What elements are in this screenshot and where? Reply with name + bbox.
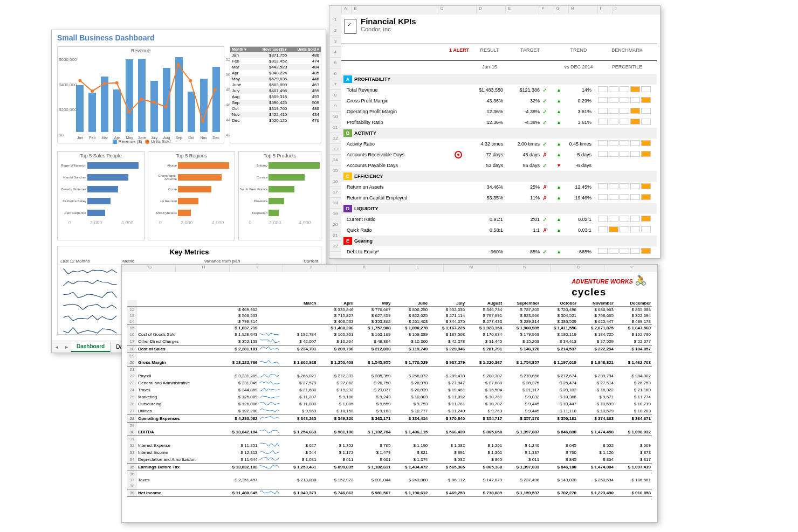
kpi-row: Current Ratio0.91:12:01✓▲0.02:1 xyxy=(341,214,657,225)
revenue-chart-panel: Revenue JanFebMarAprMayJuneJulyAugSepOct… xyxy=(57,46,224,143)
pl-column-headers: GHIJKLMNOP xyxy=(122,265,657,272)
svg-point-10 xyxy=(201,120,204,123)
units-line xyxy=(74,57,221,132)
kpi-row: Return on Capital Employed53.35%11%✗▲19.… xyxy=(341,192,657,203)
svg-point-0 xyxy=(78,79,81,82)
kpi-section: BACTIVITY xyxy=(341,128,657,139)
svg-point-3 xyxy=(115,81,119,85)
svg-point-11 xyxy=(214,88,217,91)
revenue-chart-title: Revenue xyxy=(58,47,224,54)
tab-nav-prev[interactable]: ◂ xyxy=(52,344,61,350)
pl-window: GHIJKLMNOP ADVENTURE WORKS 🚴 cycles Marc… xyxy=(121,264,658,523)
kpi-row: Debt to Equity*-960%85%✓▲-665% xyxy=(341,246,657,255)
kpi-row: Activity Ratio4.32 times2.00 times✓▲0.45… xyxy=(341,139,657,149)
kpi-section: DLIQUIDITY xyxy=(341,203,657,214)
revenue-table: Month ▾Revenue ($) ▾Units Sold ▾Jan$371,… xyxy=(230,47,321,123)
kpi-row: Total Revenue$1,483,550$121,386✓▲14% xyxy=(341,85,657,95)
key-metrics-title: Key Metrics xyxy=(58,246,321,258)
tab-nav-next[interactable]: ▸ xyxy=(61,344,71,350)
kpi-row: Operating Profit Margin12.36%-4.38%✓▲3.6… xyxy=(341,106,657,117)
svg-point-2 xyxy=(103,82,106,85)
kpi-section: CEFFICIENCY xyxy=(341,171,657,182)
alert-icon xyxy=(455,151,462,158)
kpi-column-headers: ABCDEFGHIJ xyxy=(329,6,660,15)
dashboard-title: Small Business Dashboard xyxy=(52,30,326,45)
kpi-grid: Financial KPIs Condor, inc 1 ALERT RESUL… xyxy=(341,15,657,255)
clipboard-icon xyxy=(345,19,356,34)
kpi-row: Profitability Ratio12.36%-4.38%✓▲3.61% xyxy=(341,117,657,128)
top-products-panel: Top 5 ProductsBrittanyCorsicaSouth West … xyxy=(238,151,321,240)
tab-dashboard[interactable]: Dashboard xyxy=(71,342,111,352)
kpi-row-headers: 12345678910111213141516171819202122 xyxy=(329,15,341,258)
kpi-row: Quick Ratio0.58:11:1✗▲0.03:1 xyxy=(341,225,657,236)
svg-point-1 xyxy=(91,89,94,93)
kpi-row: Accounts Receivable Days72 days45 days✗▲… xyxy=(341,149,657,160)
svg-point-4 xyxy=(127,110,130,114)
kpi-row: Return on Assets34.46%25%✗▲12.45% xyxy=(341,182,657,192)
pl-table: MarchAprilMayJuneJulyAugustSeptemberOcto… xyxy=(127,300,652,497)
kpi-row: Accounts Payable Days53 days55 days✓▼-6 … xyxy=(341,160,657,171)
kpi-title: Financial KPIs xyxy=(361,17,657,26)
kpi-subtitle: Condor, inc xyxy=(361,26,657,32)
svg-point-8 xyxy=(176,63,180,66)
top-sales-people-panel: Top 5 Sales PeopleRoger WilliamsonHarold… xyxy=(57,151,145,240)
svg-point-9 xyxy=(189,79,192,82)
kpi-section: APROFITABILITY xyxy=(341,74,657,85)
kpi-window: ABCDEFGHIJ 12345678910111213141516171819… xyxy=(329,5,661,259)
kpi-header-row: 1 ALERT RESULT TARGET TREND BENCHMARK xyxy=(341,47,657,57)
svg-point-5 xyxy=(140,98,143,101)
kpi-section: EGearing xyxy=(341,236,657,246)
revenue-table-panel: Month ▾Revenue ($) ▾Units Sold ▾Jan$371,… xyxy=(230,46,321,143)
top-regions-panel: Top 5 RegionsAlsaceChampagne-ArdenneCors… xyxy=(148,151,235,240)
adventure-works-logo: ADVENTURE WORKS 🚴 cycles xyxy=(572,274,646,298)
revenue-legend: Revenue ($) Units Sold xyxy=(58,139,224,144)
svg-point-6 xyxy=(152,101,155,104)
kpi-subheader-row: Jan-15 vs DEC 2014 PERCENTILE xyxy=(341,64,657,74)
kpi-row: Gross Profit Margin43.36%32%✓▲0.29% xyxy=(341,95,657,106)
svg-point-7 xyxy=(164,105,168,108)
